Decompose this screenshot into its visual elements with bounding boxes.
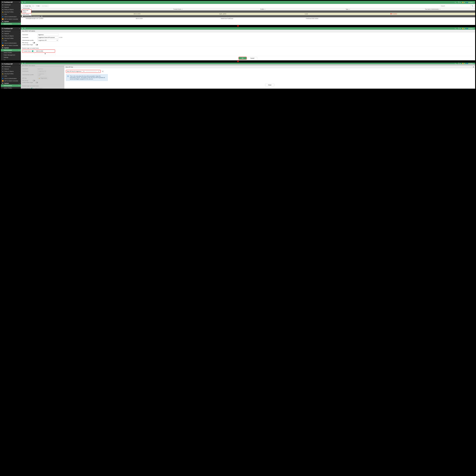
collapse-icon[interactable]: − <box>22 16 23 17</box>
bell-icon[interactable]: 🔔 ▾ <box>462 28 465 29</box>
nav-vpn[interactable]: 🖵VPN› <box>1 13 21 16</box>
nav-system[interactable]: ⚙System⌄ <box>1 20 21 23</box>
menu-icon[interactable]: ☰ <box>22 63 23 64</box>
col-trusted[interactable]: Trusted Hosts▲▼ <box>136 8 221 10</box>
dropdown-rest-api-admin[interactable]: REST API Admin <box>22 9 31 13</box>
edit-button[interactable]: ✎Edit <box>35 5 41 7</box>
comments-input[interactable] <box>37 36 58 38</box>
nav-userauth[interactable]: 👤User & Authentication› <box>1 42 21 44</box>
user-menu[interactable]: 👤almighty▾ <box>466 2 474 3</box>
nav-dashboard[interactable]: ◉Dashboard› <box>1 65 21 68</box>
cli-icon[interactable]: >_ <box>455 28 456 29</box>
nav-policy[interactable]: ▤Policy & Objects› <box>1 8 21 11</box>
nav-administrators[interactable]: Administrators☆ <box>1 49 21 51</box>
nav-vpn[interactable]: 🖵VPN› <box>1 39 21 42</box>
menu-icon[interactable]: ☰ <box>22 28 23 29</box>
device-selector[interactable]: FortiGate-60F ▼ <box>1 1 21 4</box>
cli-icon[interactable]: >_ <box>455 2 456 3</box>
nav-network[interactable]: ✥Network› <box>1 68 21 70</box>
table-row[interactable]: 👤almighty 192.0.2.0/24 super_admin Local… <box>21 13 475 15</box>
close-icon[interactable]: ✕ <box>473 66 474 68</box>
dropdown-sso-admin[interactable]: SSO Admin <box>22 13 31 16</box>
col-type[interactable]: Type▲▼ <box>305 8 390 10</box>
star-icon[interactable]: ☆ <box>18 23 20 25</box>
search-input[interactable] <box>440 5 471 7</box>
char-count: 27/255 <box>59 37 62 38</box>
star-icon[interactable]: ☆ <box>18 50 20 51</box>
nav-userauth[interactable]: 👤User & Authentication› <box>1 16 21 18</box>
search-icon[interactable]: 🔍 <box>24 63 26 64</box>
nav-security[interactable]: 🔒Security Profiles› <box>1 11 21 13</box>
trusted-toggle[interactable] <box>32 51 34 52</box>
nav-settings[interactable]: Settings <box>1 56 21 59</box>
delete-button[interactable]: 🗑Delete <box>41 5 49 7</box>
copy-button[interactable]: ⧉ <box>102 70 104 72</box>
nav-dashboard[interactable]: ◉Dashboard› <box>1 30 21 32</box>
dropdown-administrator[interactable]: Administrator <box>22 7 31 9</box>
gauge-icon: ◉ <box>2 4 3 5</box>
help-icon[interactable]: ❔ ▾ <box>458 28 460 29</box>
nav-security[interactable]: 🔒Security Profiles› <box>1 72 21 75</box>
profile-label: Administrator profile <box>22 40 37 41</box>
nav-dashboard[interactable]: ◉Dashboard› <box>1 4 21 6</box>
svg-rect-3 <box>2 29 3 29</box>
nav-admin-profiles[interactable]: Admin Profiles <box>1 51 21 54</box>
nav-wifi[interactable]: 📶WiFi & Switch Controller› <box>1 80 21 82</box>
policy-icon: ▤ <box>2 9 3 10</box>
group-administrator[interactable]: − trator 1 <box>21 11 475 13</box>
add-trusted-host[interactable]: ✚ <box>34 53 56 55</box>
nav-userauth[interactable]: 👤User & Authentication› <box>1 77 21 80</box>
sidebar: FortiGate-60F ▼ ◉Dashboard› ✥Network› ▤P… <box>1 1 21 25</box>
help-icon[interactable]: ❔ ▾ <box>458 63 460 64</box>
col-twofa[interactable]: Two-factor Authentication▲▼ <box>390 8 475 10</box>
trusted-hosts-highlight: Trusted Hosts <box>22 50 55 53</box>
nav-system[interactable]: ⚙System⌄ <box>1 47 21 49</box>
nav-system[interactable]: ⚙System⌄ <box>1 82 21 85</box>
nav-security[interactable]: 🔒Security Profiles› <box>1 37 21 39</box>
username-input[interactable] <box>37 34 58 36</box>
nav-wifi[interactable]: 📶WiFi & Switch Controller› <box>1 18 21 20</box>
nav-administrators[interactable]: Administrators☆ <box>1 85 21 87</box>
user-menu[interactable]: 👤almighty▾ <box>466 28 474 29</box>
search-button[interactable]: 🔍 <box>471 5 474 7</box>
profile-select[interactable]: Logpresso API▾ <box>37 39 58 41</box>
ok-button[interactable]: OK <box>239 57 246 59</box>
user-menu[interactable]: 👤almighty▾ <box>466 63 474 64</box>
help-icon[interactable]: ❔ ▾ <box>458 2 460 3</box>
group-forticloud[interactable]: − FortiCloud SSO Administrator 1 <box>21 15 475 17</box>
search-icon[interactable]: 🔍 <box>24 28 26 29</box>
cancel-button[interactable]: Cancel <box>247 57 257 59</box>
bell-icon[interactable]: 🔔 ▾ <box>462 2 465 3</box>
nav-administrators[interactable]: Administrators☆ <box>1 23 21 25</box>
search-icon[interactable]: 🔍 <box>24 2 26 3</box>
close-button[interactable]: Close <box>265 84 274 86</box>
cli-icon[interactable]: >_ <box>455 63 456 64</box>
nav-policy[interactable]: ▤Policy & Objects› <box>1 70 21 72</box>
toolbar: ＋Create New ▾ ✎Edit 🗑Delete 🔍 Administra… <box>21 4 475 8</box>
menu-icon[interactable]: ☰ <box>22 2 23 3</box>
table-row[interactable]: nobody@example.com-1234567 192.0.2.0/24 … <box>21 17 475 20</box>
api-key-modal: New API key ✕ New API key for logpresso … <box>64 66 475 89</box>
nav-ha[interactable]: HA <box>1 59 21 60</box>
restrict-section-label: Restrict login to trusted hosts <box>22 46 474 49</box>
regenerate-button[interactable]: 🔒Regenerate <box>37 77 48 79</box>
info-box: ⓘ This is the only place this key will b… <box>66 74 108 81</box>
nav-vpn[interactable]: 🖵VPN› <box>1 75 21 77</box>
nav-wifi[interactable]: 📶WiFi & Switch Controller› <box>1 44 21 47</box>
caret-down-icon[interactable]: ▾ <box>32 5 34 7</box>
nav-policy[interactable]: ▤Policy & Objects› <box>1 35 21 37</box>
nav-network[interactable]: ✥Network› <box>1 6 21 8</box>
create-new-button[interactable]: ＋Create New ▾ <box>22 5 34 7</box>
nav-network[interactable]: ✥Network› <box>1 32 21 35</box>
trusted-host-input[interactable] <box>35 50 54 52</box>
nav-fabric[interactable]: Fabric Management <box>1 54 21 56</box>
nav-admin-profiles[interactable]: Admin Profiles <box>1 87 21 89</box>
topbar: ☰🔍 >_❔ ▾🔔 ▾👤almighty▾ <box>21 27 475 30</box>
device-selector[interactable]: FortiGate-60F ▼ <box>1 63 21 65</box>
col-name[interactable]: me▲▼ <box>21 8 136 10</box>
pki-toggle[interactable] <box>33 42 35 43</box>
cors-toggle[interactable] <box>35 44 38 45</box>
col-profile[interactable]: Profile▲▼ <box>221 8 305 10</box>
bell-icon[interactable]: 🔔 ▾ <box>462 63 465 64</box>
device-selector[interactable]: FortiGate-60F ▼ <box>1 27 21 30</box>
